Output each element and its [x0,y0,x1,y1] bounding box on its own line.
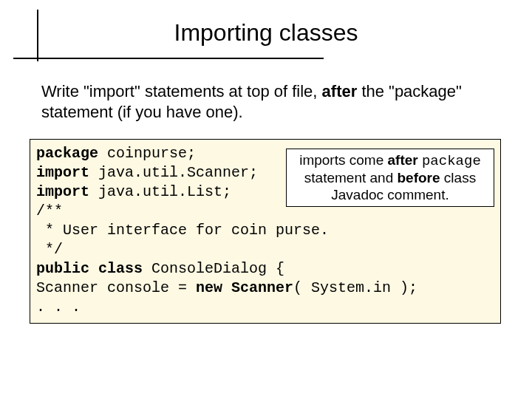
callout-p1mono: package [422,153,481,169]
description: Write "import" statements at top of file… [41,81,485,122]
callout-p1a: imports come [299,152,387,168]
kw-import-1: import [36,164,89,181]
kw-new: new [196,279,222,296]
kw-scanner: Scanner [231,279,293,296]
code-line-6: */ [36,240,494,259]
callout-p1b: after [388,152,418,168]
code-l8c [222,279,231,296]
desc-pre: Write "import" statements at top of file… [41,82,322,100]
code-l8a: Scanner console = [36,279,196,296]
callout-p2c: class [440,170,477,185]
code-l2b: java.util.Scanner; [89,164,258,181]
code-box: package coinpurse; import java.util.Scan… [30,139,501,324]
title-underline [13,58,324,59]
slide-title: Importing classes [174,19,358,47]
callout-line-2: statement and before class [291,170,489,187]
code-line-7: public class ConsoleDialog { [36,259,494,279]
callout-line-1: imports come after package [291,152,489,170]
code-line-9: . . . [36,298,494,317]
code-l3b: java.util.List; [89,183,231,200]
code-l8e: ( System.in ); [293,279,417,296]
code-l7b: ConsoleDialog { [143,260,284,277]
code-line-8: Scanner console = new Scanner( System.in… [36,279,494,298]
kw-public-class: public class [36,260,143,277]
callout-line-3: Javadoc comment. [291,187,489,204]
title-wrap: Importing classes [0,19,532,47]
callout-box: imports come after package statement and… [286,149,494,207]
kw-package: package [36,145,98,162]
code-l1b: coinpurse; [98,145,196,162]
desc-bold: after [322,82,358,100]
code-line-5: * User interface for coin purse. [36,221,494,240]
callout-p2a: statement and [304,170,398,185]
callout-p2b: before [398,170,440,185]
kw-import-2: import [36,183,89,200]
